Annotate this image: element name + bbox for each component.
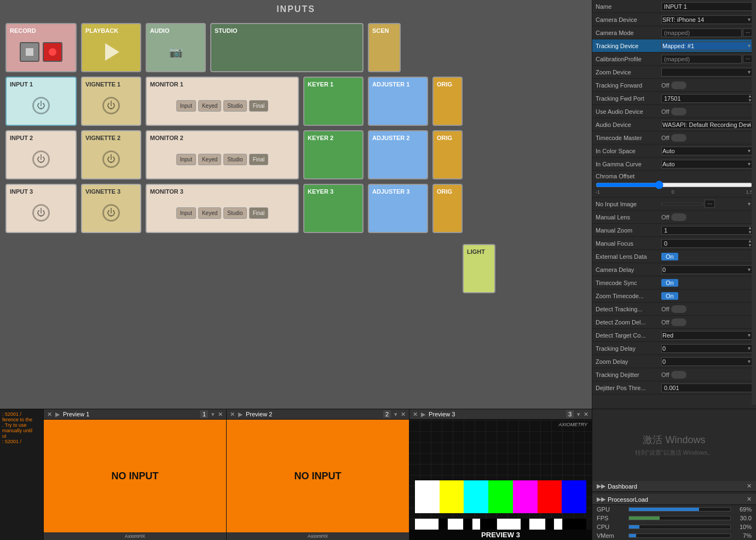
- tile-audio[interactable]: AUDIO 📷: [146, 23, 206, 72]
- detect-zoom-switch[interactable]: [671, 318, 686, 326]
- chroma-offset-slider[interactable]: [596, 181, 753, 189]
- audio-device-select[interactable]: WASAPI: Default Recording Devi: [661, 120, 753, 129]
- stop-button[interactable]: [20, 42, 39, 62]
- dashboard-arrow[interactable]: ▶▶: [597, 483, 605, 490]
- ext-lens-btn[interactable]: On: [661, 253, 678, 260]
- detect-tracking-switch[interactable]: [671, 305, 686, 313]
- tile-record[interactable]: RECORD: [5, 23, 77, 72]
- manual-lens-switch[interactable]: [671, 213, 686, 221]
- panel-row-camera-mode: Camera Mode (mapped) ···: [592, 26, 756, 39]
- monitor3-btn-studio[interactable]: Studio: [223, 207, 246, 219]
- preview2-close2[interactable]: ✕: [401, 411, 406, 418]
- monitor2-btn-studio[interactable]: Studio: [223, 154, 246, 165]
- monitor2-btn-input[interactable]: Input: [176, 154, 196, 165]
- preview3-arrow-num[interactable]: ▾: [577, 411, 580, 418]
- panel-row-manual-focus: Manual Focus ▲ ▼: [592, 237, 756, 250]
- color-space-select[interactable]: Auto: [661, 147, 753, 155]
- panel-row-tracking-device: Tracking Device Mapped: #1: [592, 39, 756, 53]
- zoom-delay-select[interactable]: 0: [661, 357, 753, 366]
- tile-adjuster3[interactable]: ADJUSTER 3: [368, 184, 428, 233]
- grid-row-0: RECORD: [0, 23, 592, 72]
- bar-green: [488, 480, 513, 513]
- tile-studio[interactable]: STUDIO: [210, 23, 363, 72]
- processor-arrow[interactable]: ▶▶: [597, 496, 605, 503]
- panel-name-input[interactable]: [661, 2, 753, 11]
- preview3-arrow-left[interactable]: ▶: [421, 411, 425, 418]
- tile-input3[interactable]: INPUT 3: [5, 184, 77, 233]
- tracking-forward-switch[interactable]: [671, 82, 686, 89]
- zoom-device-select[interactable]: [661, 68, 753, 77]
- record-controls: [20, 42, 62, 62]
- tile-monitor3[interactable]: MONITOR 3 Input Keyed Studio Final: [146, 184, 299, 233]
- monitor3-btn-final[interactable]: Final: [249, 207, 269, 219]
- win-text-cn: 激活 Windows: [643, 433, 705, 446]
- monitor1-body: Input Keyed Studio Final: [150, 90, 295, 121]
- tile-keyer2[interactable]: KEYER 2: [303, 130, 363, 179]
- monitor2-btn-keyed[interactable]: Keyed: [198, 154, 221, 165]
- tile-scene[interactable]: SCEN: [368, 23, 401, 72]
- panel-scrollable[interactable]: Name Camera Device SRT: iPhone 14 Camera…: [592, 0, 756, 409]
- tracking-delay-select[interactable]: 0: [661, 344, 753, 353]
- preview3-close2[interactable]: ✕: [584, 411, 588, 418]
- log-panel: : 52001 / ference to the . Try to use ma…: [0, 409, 44, 540]
- tile-vignette3[interactable]: VIGNETTE 3: [81, 184, 141, 233]
- preview-panel-1: ✕ ▶ Preview 1 1 ▾ ✕ NO INPUT AxiomHX: [44, 409, 227, 540]
- tile-monitor1[interactable]: MONITOR 1 Input Keyed Studio Final: [146, 77, 299, 126]
- monitor3-btn-keyed[interactable]: Keyed: [198, 207, 221, 219]
- camera-delay-select[interactable]: 0: [661, 265, 753, 274]
- preview2-arrow-num[interactable]: ▾: [394, 411, 397, 418]
- tracking-fwd-port-input[interactable]: [661, 94, 753, 103]
- tile-adjuster2[interactable]: ADJUSTER 2: [368, 130, 428, 179]
- monitor1-btn-final[interactable]: Final: [249, 100, 269, 112]
- tile-monitor2[interactable]: MONITOR 2 Input Keyed Studio Final: [146, 130, 299, 179]
- tile-light[interactable]: LIGHT: [463, 244, 495, 293]
- tile-keyer1[interactable]: KEYER 1: [303, 77, 363, 126]
- zoom-timecode-btn[interactable]: On: [661, 292, 678, 300]
- dejitter-pos-input[interactable]: [661, 384, 753, 392]
- tracking-device-select[interactable]: Mapped: #1: [661, 42, 753, 50]
- gamma-curve-select[interactable]: Auto: [661, 160, 753, 169]
- monitor1-btn-studio[interactable]: Studio: [223, 100, 246, 112]
- processor-close[interactable]: ✕: [747, 496, 752, 503]
- proc-fps-val: 30.0: [735, 515, 752, 521]
- monitor3-btn-input[interactable]: Input: [176, 207, 196, 219]
- monitor2-btn-final[interactable]: Final: [249, 154, 269, 165]
- monitor1-btn-keyed[interactable]: Keyed: [198, 100, 221, 112]
- gamma-curve-label: In Gamma Curve: [596, 161, 661, 167]
- use-audio-switch[interactable]: [671, 108, 686, 115]
- preview2-arrow-left[interactable]: ▶: [238, 411, 243, 418]
- dashboard-header: ▶▶ Dashboard ✕: [592, 481, 756, 492]
- preview3-close[interactable]: ✕: [413, 411, 418, 418]
- tile-input1[interactable]: INPUT 1: [5, 77, 77, 126]
- tile-orig3[interactable]: ORIG: [432, 184, 463, 233]
- tile-orig2[interactable]: ORIG: [432, 130, 463, 179]
- tile-playback[interactable]: PLAYBACK: [81, 23, 141, 72]
- right-panel-scrollbar[interactable]: [752, 0, 756, 405]
- record-button[interactable]: [43, 42, 62, 62]
- no-input-image-ellipsis[interactable]: ···: [705, 200, 714, 208]
- preview1-arrow-num[interactable]: ▾: [211, 411, 215, 418]
- manual-zoom-input[interactable]: [661, 226, 753, 235]
- tile-vignette1[interactable]: VIGNETTE 1: [81, 77, 141, 126]
- tile-keyer3[interactable]: KEYER 3: [303, 184, 363, 233]
- proc-vmem-val: 7%: [735, 532, 752, 539]
- tracking-dejitter-switch[interactable]: [671, 371, 686, 379]
- detect-target-select[interactable]: Red: [661, 331, 753, 340]
- manual-focus-input[interactable]: [661, 239, 753, 248]
- monitor1-btn-input[interactable]: Input: [176, 100, 196, 112]
- tile-adjuster1[interactable]: ADJUSTER 1: [368, 77, 428, 126]
- tile-input2[interactable]: INPUT 2: [5, 130, 77, 179]
- tile-orig1[interactable]: ORIG: [432, 77, 463, 126]
- preview1-close2[interactable]: ✕: [218, 411, 223, 418]
- timecode-sync-btn[interactable]: On: [661, 279, 678, 287]
- camera-device-select[interactable]: SRT: iPhone 14: [661, 15, 753, 24]
- panel-row-camera-device: Camera Device SRT: iPhone 14: [592, 13, 756, 26]
- panel-row-zoom-delay: Zoom Delay 0: [592, 355, 756, 368]
- preview1-close[interactable]: ✕: [47, 411, 52, 418]
- timecode-master-switch[interactable]: [671, 134, 686, 142]
- panel-name-label: Name: [596, 3, 661, 10]
- dashboard-close[interactable]: ✕: [747, 483, 752, 490]
- preview1-arrow-left[interactable]: ▶: [55, 411, 60, 418]
- preview2-close[interactable]: ✕: [230, 411, 235, 418]
- tile-vignette2[interactable]: VIGNETTE 2: [81, 130, 141, 179]
